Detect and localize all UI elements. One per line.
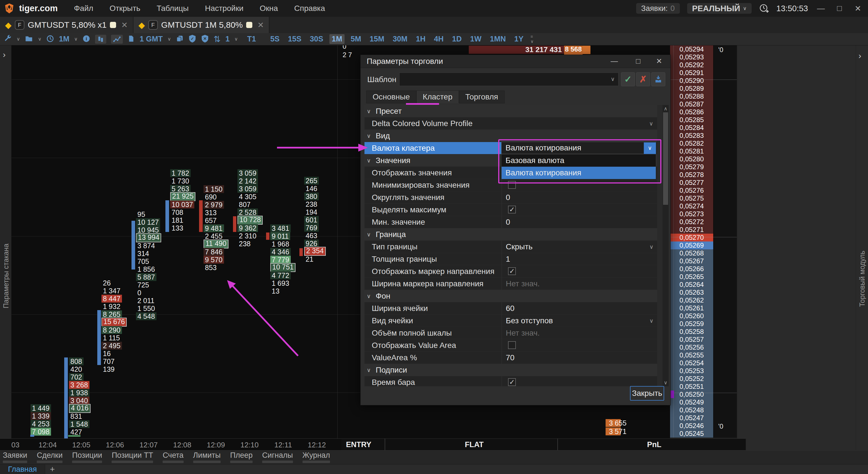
ladder-price-row[interactable]: 0,05276 — [670, 187, 713, 195]
ladder-price-row[interactable]: 0,05252 — [670, 375, 713, 383]
settings-row-граница[interactable]: ∨Граница — [365, 228, 657, 240]
chart-tab-1[interactable]: ◆ F GMTUSDT 5,80% x1 ✕ — [0, 17, 133, 33]
scroll-thumb[interactable] — [663, 112, 668, 205]
period-value[interactable]: 1M — [59, 35, 69, 43]
chevron-down-icon[interactable]: ∨ — [167, 36, 171, 42]
ladder-price-row[interactable]: 0,05255 — [670, 351, 713, 359]
ladder-price-row[interactable]: 0,05261 — [670, 304, 713, 312]
ladder-price-row[interactable]: 0,05259 — [670, 320, 713, 328]
bottom-tab-позиции[interactable]: Позиции — [72, 451, 102, 463]
settings-row-подписи[interactable]: ∨Подписи — [365, 364, 657, 376]
ladder-price-row[interactable]: 0,05273 — [670, 210, 713, 218]
menu-tables[interactable]: Таблицы — [157, 4, 189, 13]
window-minimize-button[interactable]: — — [815, 4, 827, 13]
chevron-down-icon[interactable]: ∨ — [367, 108, 371, 114]
clock-icon[interactable] — [46, 35, 54, 44]
timeframe-1m[interactable]: 1M — [330, 34, 345, 44]
settings-row-ширина-маркера-направления[interactable]: Ширина маркера направленияНет знач. — [365, 278, 657, 290]
settings-row-фон[interactable]: ∨Фон — [365, 290, 657, 302]
template-delete-button[interactable]: ✗ — [636, 72, 650, 86]
menu-windows[interactable]: Окна — [259, 4, 278, 13]
template-apply-button[interactable]: ✓ — [621, 72, 635, 86]
ladder-price-row[interactable]: 0,05288 — [670, 93, 713, 100]
dialog-maximize-button[interactable]: □ — [632, 57, 644, 66]
scroll-down-icon[interactable]: ∨ — [662, 380, 669, 386]
settings-row-вид-ячейки[interactable]: Вид ячейкиБез отступов∨ — [365, 315, 657, 327]
ladder-price-row[interactable]: 0,05284 — [670, 124, 713, 132]
ladder-price-row[interactable]: 0,05257 — [670, 336, 713, 343]
dialog-close-button[interactable]: Закрыть — [630, 386, 664, 401]
settings-scrollbar[interactable]: ∧ ∨ — [662, 105, 669, 386]
template-combobox[interactable]: ∨ — [399, 73, 618, 86]
chevron-down-icon[interactable]: ∨ — [649, 120, 653, 127]
settings-row-отображать-value-area[interactable]: Отображать Value Area — [365, 339, 657, 351]
timezone-value[interactable]: 1 GMT — [140, 35, 163, 43]
ladder-price-row[interactable]: 0,05258 — [670, 328, 713, 336]
bottom-tab-сделки[interactable]: Сделки — [37, 451, 63, 463]
scroll-up-icon[interactable]: ∧ — [662, 106, 669, 112]
window-maximize-button[interactable]: □ — [834, 4, 845, 13]
setting-value-cell[interactable]: 0 — [502, 191, 657, 203]
ladder-price-row[interactable]: 0,05281 — [670, 147, 713, 155]
ladder-price-row[interactable]: 0,05282 — [670, 139, 713, 147]
ladder-price-row[interactable]: 0,05278 — [670, 171, 713, 179]
chart-tab-2[interactable]: ◆ F GMTUSDT 1M 5,80% ✕ — [133, 17, 270, 33]
expand-right-panel-icon[interactable]: › — [859, 51, 861, 61]
chevron-down-icon[interactable]: ∨ — [74, 36, 78, 42]
ladder-price-row[interactable]: 0,05245 — [670, 430, 713, 438]
setting-value-cell[interactable]: ✓ — [502, 204, 657, 216]
ladder-price-row[interactable]: 0,05292 — [670, 61, 713, 69]
document-icon[interactable] — [128, 35, 135, 44]
ladder-price-row[interactable]: 0,05287 — [670, 100, 713, 108]
timeframe-15s[interactable]: 15S — [286, 34, 304, 44]
menu-settings[interactable]: Настройки — [205, 4, 243, 13]
ladder-price-row[interactable]: 0,05290 — [670, 77, 713, 84]
ladder-price-row[interactable]: 0,05248 — [670, 406, 713, 414]
ladder-price-row[interactable]: 0,05272 — [670, 218, 713, 226]
chevron-down-icon[interactable]: ∨ — [367, 133, 371, 139]
timeframe-5s[interactable]: 5S — [268, 34, 282, 44]
ladder-price-row[interactable]: 0,05267 — [670, 257, 713, 265]
setting-value-cell[interactable]: Скрыть∨ — [502, 241, 657, 253]
dialog-title-bar[interactable]: Параметры торговли — □ ✕ — [361, 55, 670, 68]
workspace-tab-main[interactable]: Главная — [0, 465, 45, 474]
tab-klaster[interactable]: Кластер — [416, 91, 459, 103]
settings-row-минимизировать-значения[interactable]: Минимизировать значения — [365, 179, 657, 191]
bottom-tab-журнал[interactable]: Журнал — [303, 451, 330, 463]
ladder-price-row[interactable]: 0,05277 — [670, 179, 713, 187]
setting-value-cell[interactable]: 0 — [502, 216, 657, 228]
shield-check-icon[interactable]: ✓ — [188, 34, 196, 44]
menu-open[interactable]: Открыть — [110, 4, 141, 13]
settings-row-тип-границы[interactable]: Тип границыСкрыть∨ — [365, 241, 657, 253]
shield-x-icon[interactable]: ✕ — [201, 34, 209, 44]
settings-row-отображать-маркер-направления[interactable]: Отображать маркер направления✓ — [365, 265, 657, 277]
ladder-price-row[interactable]: 0,05264 — [670, 281, 713, 289]
chevron-down-icon[interactable]: ∨ — [649, 317, 653, 324]
folder-icon[interactable] — [25, 35, 33, 44]
timeframe-1w[interactable]: 1W — [468, 34, 484, 44]
ladder-price-row[interactable]: 0,05249 — [670, 398, 713, 406]
ladder-price-row[interactable]: 0,05269 — [670, 241, 713, 249]
volume-profile-toggle[interactable] — [95, 35, 106, 44]
timeframe-15m[interactable]: 15M — [367, 34, 386, 44]
chevron-down-icon[interactable]: ∨ — [367, 367, 371, 373]
ladder-price-row[interactable]: 0,05254 — [670, 359, 713, 367]
ladder-price-row[interactable]: 0,05286 — [670, 108, 713, 116]
ladder-price-row[interactable]: 0,05294 — [670, 45, 713, 53]
bottom-tab-лимиты[interactable]: Лимиты — [193, 451, 221, 463]
ladder-price-row[interactable]: 0,05275 — [670, 195, 713, 202]
chevron-down-icon[interactable]: ∨ — [367, 231, 371, 238]
setting-value-cell[interactable]: Нет знач. — [502, 278, 657, 290]
timeframe-1y[interactable]: 1Y — [512, 34, 526, 44]
checkbox-unchecked[interactable] — [508, 181, 516, 189]
setting-value-cell[interactable]: 70 — [502, 351, 657, 364]
timeframe-5m[interactable]: 5M — [348, 34, 364, 44]
sort-arrows-icon[interactable]: ⇅ — [214, 34, 221, 44]
dialog-close-icon[interactable]: ✕ — [653, 57, 665, 66]
orders-counter[interactable]: Заявки: 0 — [636, 3, 680, 14]
chevron-down-icon[interactable]: ∨ — [367, 157, 371, 164]
settings-row-толщина-границы[interactable]: Толщина границы1 — [365, 253, 657, 265]
setting-value-cell[interactable] — [502, 339, 657, 351]
ladder-price-row[interactable]: 0,05262 — [670, 296, 713, 304]
close-icon[interactable]: ✕ — [121, 21, 128, 30]
